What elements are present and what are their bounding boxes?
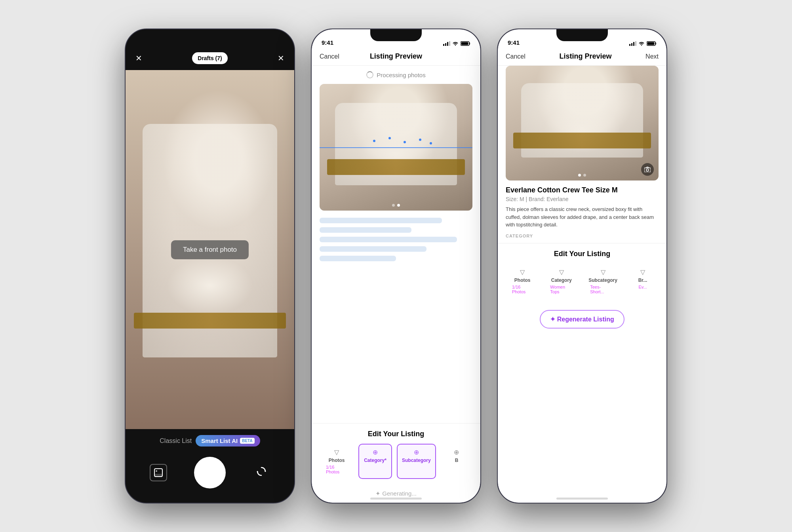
result-photo-card (506, 66, 659, 180)
next-button-3[interactable]: Next (645, 53, 659, 60)
dot-1 (392, 204, 395, 207)
notch-3 (556, 29, 608, 41)
notch-1 (184, 29, 236, 41)
edit-tabs-3: ▽ Photos 1/16 Photos ▽ Category Women To… (506, 264, 659, 300)
photos-tab-label-2: Photos (329, 458, 345, 463)
photos-label-3: Photos (514, 277, 531, 283)
screen-2: 9:41 (312, 29, 480, 503)
cancel-button-3[interactable]: Cancel (506, 53, 525, 60)
photos-tab-sublabel-2: 1/16 Photos (326, 465, 347, 474)
svg-rect-1 (154, 474, 162, 477)
dot-2-active (397, 204, 400, 207)
photos-tab-icon-2: ▽ (334, 448, 339, 456)
result-dot-1-active (578, 174, 581, 177)
svg-rect-11 (629, 44, 630, 46)
result-photo-indicators (578, 174, 586, 177)
skeleton-line-4 (320, 246, 426, 252)
svg-rect-14 (635, 41, 636, 46)
category-tab-3[interactable]: ▽ Category Women Tops (544, 264, 579, 299)
svg-rect-8 (449, 41, 450, 46)
category-section-label: CATEGORY (506, 234, 659, 238)
belt-result (513, 133, 651, 148)
svg-rect-13 (633, 42, 634, 46)
nav-title-3: Listing Preview (559, 52, 611, 61)
cancel-button-2[interactable]: Cancel (320, 53, 339, 60)
listing-screen: 9:41 (312, 29, 480, 503)
result-screen: 9:41 (498, 29, 666, 503)
subcategory-tab-2[interactable]: ⊕ Subcategory (397, 444, 436, 479)
phone-1: ✕ Drafts (7) ✕ Take a front photo Classi… (125, 28, 295, 504)
brand-tab-icon-2: ⊕ (454, 448, 459, 456)
camera-icon (644, 167, 651, 172)
photos-sublabel-3: 1/16 Photos (512, 285, 533, 294)
belt-2 (327, 159, 465, 175)
nav-title-2: Listing Preview (370, 52, 422, 61)
close-button[interactable]: ✕ (135, 53, 142, 63)
brand-tab-label-2: B (455, 458, 459, 463)
camera-background: ✕ Drafts (7) ✕ Take a front photo Classi… (126, 29, 294, 503)
skeleton-line-5 (320, 256, 396, 261)
regenerate-button[interactable]: ✦ Regenerate Listing (540, 310, 624, 329)
brand-label-3: Br... (638, 277, 647, 283)
edit-listing-section-3: Edit Your Listing ▽ Photos 1/16 Photos ▽… (498, 243, 666, 304)
smart-list-badge[interactable]: Smart List AI BETA (196, 435, 260, 446)
subcategory-icon-3: ▽ (601, 268, 605, 276)
skeleton-line-3 (320, 237, 457, 242)
svg-rect-5 (443, 44, 444, 46)
list-type-selector: Classic List Smart List AI BETA (135, 435, 284, 446)
skeleton-line-1 (320, 218, 442, 223)
classic-list-label[interactable]: Classic List (160, 437, 192, 445)
subcategory-tab-icon-2: ⊕ (414, 448, 419, 456)
category-tab-label-2: Category* (364, 458, 386, 463)
result-dot-2 (583, 174, 586, 177)
processing-label: Processing photos (377, 72, 425, 78)
svg-rect-17 (644, 168, 651, 172)
category-label-3: Category (551, 277, 572, 283)
screen-1: ✕ Drafts (7) ✕ Take a front photo Classi… (126, 29, 294, 503)
smart-list-label: Smart List AI (201, 437, 238, 444)
home-indicator-2 (370, 498, 422, 500)
generating-label: ✦ Generating... (375, 490, 417, 497)
camera-overlay-icon[interactable] (641, 163, 654, 176)
photos-icon-3: ▽ (520, 268, 525, 276)
crop-button[interactable]: ✕ (278, 53, 284, 63)
camera-viewfinder: Take a front photo (126, 70, 294, 429)
svg-point-2 (156, 470, 157, 472)
phone-2: 9:41 (311, 28, 481, 504)
photo-card-2 (320, 84, 472, 211)
subcategory-tab-3[interactable]: ▽ Subcategory Tees- Short... (584, 264, 622, 299)
brand-tab-3[interactable]: ▽ Br... Ev... (627, 264, 659, 299)
listing-info: Everlane Cotton Crew Tee Size M Size: M … (498, 180, 666, 243)
camera-bottom-controls: Classic List Smart List AI BETA (126, 429, 294, 503)
beta-tag: BETA (240, 438, 254, 444)
camera-controls-row (135, 454, 284, 495)
skeleton-line-2 (320, 227, 411, 233)
screen-3: 9:41 (498, 29, 666, 503)
processing-bar: Processing photos (312, 66, 480, 84)
category-tab-2[interactable]: ⊕ Category* (358, 444, 392, 479)
battery-icon-3 (647, 41, 657, 46)
brand-icon-3: ▽ (640, 268, 645, 276)
status-time-3: 9:41 (508, 39, 520, 46)
battery-icon-2 (461, 41, 470, 46)
edit-listing-section-2: Edit Your Listing ▽ Photos 1/16 Photos ⊕… (312, 423, 480, 484)
generating-bar: ✦ Generating... (312, 484, 480, 503)
status-icons-2 (443, 41, 470, 46)
photos-tab-2[interactable]: ▽ Photos 1/16 Photos (320, 444, 354, 479)
phone-3: 9:41 (497, 28, 667, 504)
photo-indicators (392, 204, 400, 207)
subcategory-tab-label-2: Subcategory (402, 458, 431, 463)
loading-spinner (366, 71, 373, 78)
photos-tab-3[interactable]: ▽ Photos 1/16 Photos (506, 264, 539, 299)
edit-listing-title-2: Edit Your Listing (320, 430, 472, 438)
home-indicator-3 (556, 498, 608, 500)
drafts-pill[interactable]: Drafts (7) (192, 52, 227, 64)
brand-tab-2[interactable]: ⊕ B (441, 444, 472, 479)
flip-camera-button[interactable] (253, 464, 270, 481)
subcategory-sublabel-3: Tees- Short... (590, 285, 616, 294)
shutter-button[interactable] (196, 458, 224, 487)
category-sublabel-3: Women Tops (550, 285, 573, 294)
scan-dot-1 (373, 140, 375, 142)
brand-sublabel-3: Ev... (638, 285, 647, 289)
gallery-button[interactable] (150, 464, 167, 481)
